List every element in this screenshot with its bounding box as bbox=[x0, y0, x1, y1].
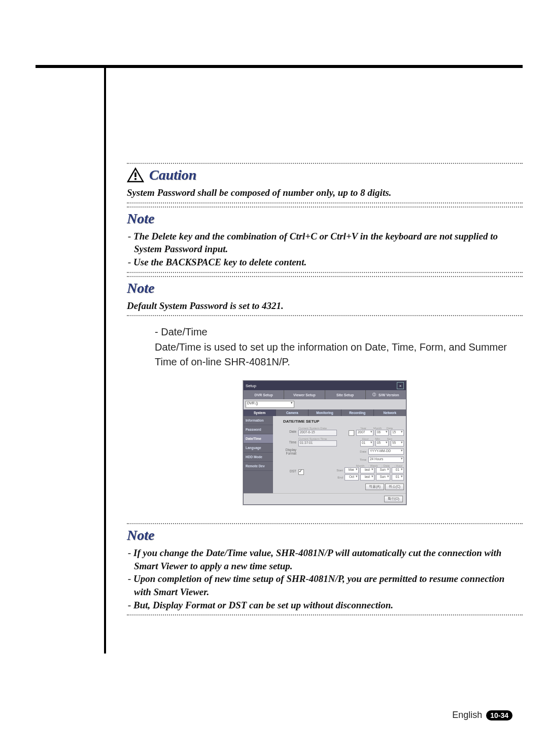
caution-icon bbox=[127, 167, 144, 183]
section-bullet: - Date/Time bbox=[127, 326, 523, 338]
time-label: Time bbox=[275, 440, 296, 444]
page-footer: English 10-34 bbox=[452, 710, 512, 720]
date-format-select[interactable]: YYYY-MM-DD bbox=[368, 449, 404, 455]
display-format-label: Display Format bbox=[275, 448, 296, 455]
top-rule bbox=[36, 65, 523, 68]
close-icon[interactable]: × bbox=[397, 382, 404, 389]
divider bbox=[127, 202, 523, 203]
divider bbox=[127, 163, 523, 164]
subtab-system[interactable]: System bbox=[244, 409, 276, 416]
side-menu: Information Password Date/Time Language … bbox=[244, 416, 273, 493]
note-label: Note bbox=[127, 527, 154, 543]
svg-rect-2 bbox=[134, 178, 136, 180]
section-text: Date/Time is used to set up the informat… bbox=[127, 340, 523, 369]
subtab-recording[interactable]: Recording bbox=[341, 409, 374, 416]
dst-end-hour[interactable]: 01 bbox=[392, 474, 404, 480]
menu-date-time[interactable]: Date/Time bbox=[244, 434, 273, 443]
divider bbox=[127, 207, 523, 208]
date-enable-check[interactable] bbox=[349, 430, 354, 436]
year-select[interactable]: 2007 bbox=[356, 430, 373, 436]
cur-date-label: Current System Date bbox=[298, 427, 347, 430]
tab-dvr-setup[interactable]: DVR Setup bbox=[244, 390, 284, 399]
dst-start-week[interactable]: last bbox=[360, 467, 374, 473]
cancel-button[interactable]: 취소(C) bbox=[385, 484, 404, 490]
content-column: Caution System Password shall be compose… bbox=[127, 160, 523, 618]
subtab-monitoring[interactable]: Monitoring bbox=[309, 409, 341, 416]
menu-language[interactable]: Language bbox=[244, 443, 273, 453]
caution-label: Caution bbox=[149, 167, 196, 183]
cur-date-field: 2007-6-15 bbox=[298, 430, 337, 436]
main-tabs: DVR Setup Viewer Setup Site Setup ⓘ S/W … bbox=[244, 390, 406, 399]
note1-body: - The Delete key and the combination of … bbox=[127, 230, 523, 269]
svg-rect-1 bbox=[134, 173, 136, 177]
note3-body: - If you change the Date/Time value, SHR… bbox=[127, 546, 523, 611]
menu-password[interactable]: Password bbox=[244, 425, 273, 434]
subtab-camera[interactable]: Camera bbox=[276, 409, 309, 416]
divider bbox=[127, 272, 523, 273]
dst-enable-check[interactable] bbox=[298, 469, 304, 475]
note1-item: - Use the BACKSPACE key to delete conten… bbox=[127, 256, 523, 269]
note2-text: Default System Password is set to 4321. bbox=[127, 299, 523, 313]
dst-start-month[interactable]: Mar bbox=[345, 467, 359, 473]
dvr-select[interactable]: DVR () bbox=[246, 401, 294, 408]
dst-end-month[interactable]: Oct bbox=[345, 474, 359, 480]
dst-end-week[interactable]: last bbox=[360, 474, 374, 480]
month-select[interactable]: 06 bbox=[375, 430, 389, 436]
menu-information[interactable]: Information bbox=[244, 416, 273, 425]
setup-title: Setup bbox=[246, 384, 256, 388]
menu-hdd-mode[interactable]: HDD Mode bbox=[244, 453, 273, 462]
note3-item: - If you change the Date/Time value, SHR… bbox=[127, 546, 523, 572]
tab-viewer-setup[interactable]: Viewer Setup bbox=[284, 390, 325, 399]
divider bbox=[127, 614, 523, 615]
footer-lang: English bbox=[452, 710, 482, 720]
sec-select[interactable]: 55 bbox=[391, 440, 404, 446]
min-select[interactable]: 05 bbox=[375, 440, 389, 446]
menu-remote-dev[interactable]: Remote Dev bbox=[244, 462, 273, 471]
time-format-select[interactable]: 24 Hours bbox=[368, 457, 404, 463]
side-rule bbox=[104, 65, 106, 654]
divider bbox=[127, 523, 523, 524]
footer-page: 10-34 bbox=[486, 710, 512, 720]
dst-label: DST bbox=[275, 464, 296, 473]
dst-start-hour[interactable]: 01 bbox=[392, 467, 404, 473]
note-label: Note bbox=[127, 280, 154, 296]
divider bbox=[127, 315, 523, 316]
subtab-network[interactable]: Network bbox=[374, 409, 406, 416]
note1-item: - The Delete key and the combination of … bbox=[127, 230, 523, 256]
day-select[interactable]: 15 bbox=[391, 430, 404, 436]
caution-text: System Password shall be composed of num… bbox=[127, 186, 523, 199]
hour-select[interactable]: 01 bbox=[360, 440, 373, 446]
date-label: Date bbox=[275, 430, 296, 433]
tab-site-setup[interactable]: Site Setup bbox=[325, 390, 366, 399]
note3-item: - But, Display Format or DST can be set … bbox=[127, 599, 523, 612]
panel-title: DATE/TIME SETUP bbox=[283, 419, 404, 424]
apply-button[interactable]: 적용(A) bbox=[365, 484, 384, 490]
setup-window: Setup × DVR Setup Viewer Setup Site Setu… bbox=[243, 381, 406, 505]
note3-item: - Upon completion of new time setup of S… bbox=[127, 572, 523, 598]
dst-start-day[interactable]: Sun bbox=[376, 467, 390, 473]
note-label: Note bbox=[127, 211, 154, 227]
cur-time-field: 01:37:01 bbox=[298, 440, 337, 446]
tab-sw-version[interactable]: ⓘ S/W Version bbox=[366, 390, 406, 399]
divider bbox=[127, 276, 523, 277]
dst-end-day[interactable]: Sun bbox=[376, 474, 390, 480]
ok-button[interactable]: 확인(O) bbox=[384, 496, 403, 502]
